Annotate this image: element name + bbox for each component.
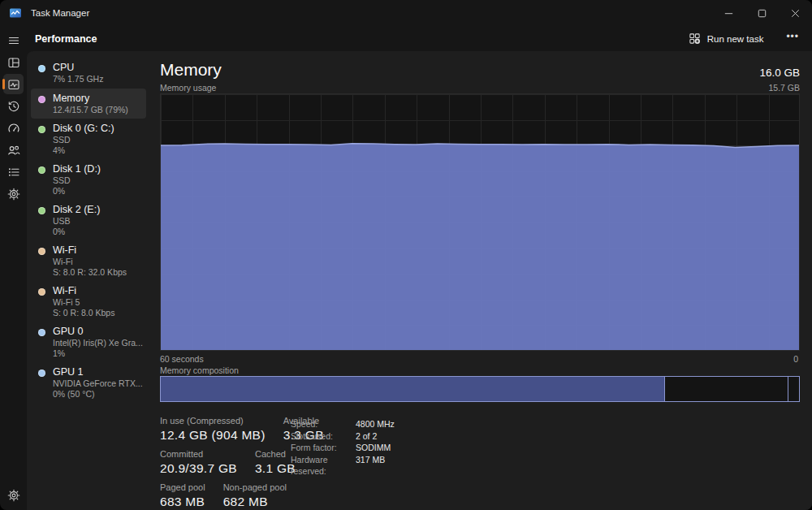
- device-name: CPU: [53, 62, 103, 74]
- task-manager-app-icon: [9, 6, 22, 19]
- maximize-button[interactable]: [745, 0, 779, 26]
- device-status-dot: [38, 166, 45, 174]
- navigation-rail: [0, 26, 27, 510]
- device-subline: 12.4/15.7 GB (79%): [53, 105, 128, 115]
- stat-label: Cached: [255, 449, 296, 460]
- device-list-item[interactable]: Wi-Fi Wi-FiS: 8.0 R: 32.0 Kbps: [31, 240, 146, 281]
- detail-row: Hardware reserved:317 MB: [291, 454, 494, 478]
- run-new-task-label: Run new task: [707, 34, 764, 44]
- detail-value: 2 of 2: [356, 430, 377, 443]
- memory-usage-label: Memory usage: [160, 83, 216, 93]
- device-status-dot: [38, 248, 45, 255]
- device-list-item[interactable]: CPU 7% 1.75 GHz: [31, 58, 146, 89]
- stat-label: Committed: [160, 449, 237, 460]
- sidebar-item-startup-apps[interactable]: [3, 118, 24, 138]
- performance-icon: [7, 78, 20, 91]
- detail-label: Hardware reserved:: [291, 454, 356, 478]
- sidebar-item-services[interactable]: [3, 184, 24, 204]
- more-options-button[interactable]: •••: [780, 29, 806, 49]
- stat-pair: Non-paged pool682 MB: [223, 482, 287, 510]
- stat-pair: Paged pool683 MB: [160, 482, 205, 510]
- device-subline: Intel(R) Iris(R) Xe Gra...: [53, 338, 141, 348]
- detail-value: 4800 MHz: [356, 418, 395, 430]
- menu-icon: [7, 34, 20, 47]
- device-status-dot: [38, 65, 45, 72]
- page-title: Performance: [35, 33, 97, 45]
- device-list-item[interactable]: Disk 1 (D:) SSD0%: [31, 159, 146, 200]
- sidebar-item-processes[interactable]: [3, 52, 24, 72]
- stat-label: Paged pool: [160, 482, 205, 493]
- sidebar-item-navigation-menu[interactable]: [3, 30, 24, 50]
- device-name: Disk 0 (G: C:): [53, 123, 114, 135]
- device-list-item[interactable]: Wi-Fi Wi-Fi 5S: 0 R: 8.0 Kbps: [31, 281, 146, 322]
- memory-composition-bar: [160, 376, 800, 402]
- detail-value: SODIMM: [356, 442, 391, 454]
- device-subline: 0%: [53, 186, 101, 197]
- memory-usage-chart: [160, 93, 800, 351]
- memory-hardware-details: Speed:4800 MHzSlots used:2 of 2Form fact…: [291, 418, 494, 478]
- minimize-button[interactable]: [712, 0, 745, 26]
- processes-icon: [7, 56, 20, 69]
- composition-segment-standby: [665, 377, 788, 401]
- close-button[interactable]: [779, 0, 812, 26]
- composition-segment-in-use: [161, 377, 665, 401]
- titlebar: Task Manager: [0, 0, 812, 26]
- device-name: Wi-Fi: [53, 244, 127, 257]
- device-list-item[interactable]: GPU 0 Intel(R) Iris(R) Xe Gra...1%: [31, 322, 146, 362]
- device-subline: 0%: [53, 227, 100, 237]
- device-status-dot: [38, 288, 45, 296]
- settings-icon: [7, 489, 20, 502]
- device-name: GPU 1: [53, 366, 141, 378]
- sidebar-item-performance[interactable]: [3, 74, 24, 94]
- stat-pair: Cached3.1 GB: [255, 449, 296, 477]
- device-status-dot: [38, 207, 45, 214]
- details-icon: [7, 166, 20, 179]
- stats-row: Paged pool683 MBNon-paged pool682 MB: [160, 482, 800, 510]
- time-zero-label: 0: [793, 354, 798, 364]
- window-title: Task Manager: [31, 8, 89, 18]
- stat-value: 12.4 GB (904 MB): [160, 426, 266, 443]
- memory-stats: Speed:4800 MHzSlots used:2 of 2Form fact…: [160, 416, 800, 510]
- stat-pair: In use (Compressed)12.4 GB (904 MB): [160, 416, 266, 443]
- device-status-dot: [38, 370, 45, 377]
- sidebar-item-users[interactable]: [3, 140, 24, 160]
- page-header: Performance Run new task •••: [27, 26, 812, 51]
- device-subline: NVIDIA GeForce RTX...: [53, 378, 141, 389]
- memory-panel: Memory 16.0 GB Memory usage 15.7 GB 60 s…: [160, 51, 800, 510]
- device-list-item[interactable]: Memory 12.4/15.7 GB (79%): [31, 89, 146, 119]
- detail-row: Slots used:2 of 2: [291, 430, 494, 443]
- services-icon: [7, 188, 20, 201]
- task-manager-window: Task Manager Performance Run new task: [0, 0, 812, 510]
- device-subline: 1%: [53, 348, 141, 359]
- device-subline: S: 0 R: 8.0 Kbps: [53, 308, 114, 318]
- users-icon: [7, 144, 20, 157]
- sidebar-item-app-history[interactable]: [3, 96, 24, 116]
- sidebar-item-details[interactable]: [3, 162, 24, 182]
- device-subline: Wi-Fi 5: [53, 297, 114, 308]
- app-history-icon: [7, 100, 20, 113]
- total-memory-label: 16.0 GB: [759, 67, 800, 79]
- stat-label: In use (Compressed): [160, 416, 266, 426]
- composition-segment-free: [788, 377, 799, 401]
- performance-device-list: CPU 7% 1.75 GHz Memory 12.4/15.7 GB (79%…: [31, 58, 146, 403]
- device-name: Disk 1 (D:): [53, 163, 101, 175]
- device-list-item[interactable]: GPU 1 NVIDIA GeForce RTX...0% (50 °C): [31, 362, 146, 403]
- device-list-item[interactable]: Disk 0 (G: C:) SSD4%: [31, 119, 146, 159]
- stat-value: 20.9/39.7 GB: [160, 460, 237, 477]
- device-name: Wi-Fi: [53, 285, 114, 297]
- run-new-task-button[interactable]: Run new task: [680, 29, 772, 48]
- detail-value: 317 MB: [356, 454, 385, 478]
- memory-panel-title: Memory: [160, 60, 222, 80]
- device-status-dot: [38, 96, 45, 103]
- device-list-item[interactable]: Disk 2 (E:) USB0%: [31, 200, 146, 240]
- device-name: Disk 2 (E:): [53, 204, 100, 216]
- device-subline: 4%: [53, 145, 114, 156]
- detail-row: Form factor:SODIMM: [291, 442, 494, 454]
- device-status-dot: [38, 329, 45, 336]
- settings-button[interactable]: [3, 485, 24, 505]
- memory-composition-label: Memory composition: [160, 365, 239, 375]
- device-subline: USB: [53, 216, 100, 227]
- detail-label: Form factor:: [291, 442, 356, 454]
- time-window-label: 60 seconds: [160, 354, 204, 364]
- device-subline: 7% 1.75 GHz: [53, 74, 103, 84]
